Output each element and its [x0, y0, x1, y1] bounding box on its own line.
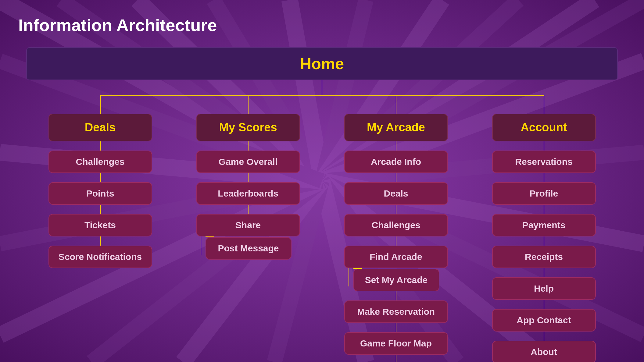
ia-diagram: Home Deals Challenges	[18, 47, 626, 362]
sub-score-notifications-label: Score Notifications	[59, 252, 142, 262]
sub-set-my-arcade: Set My Arcade	[353, 269, 439, 291]
sub-make-reservation: Make Reservation	[344, 300, 448, 323]
post-message-connector: Post Message	[196, 236, 300, 260]
v-line-4	[100, 236, 101, 246]
home-label: Home	[300, 55, 344, 73]
sub-app-contact: App Contact	[492, 309, 596, 332]
sub-payments: Payments	[492, 214, 596, 236]
sub-game-floor-map: Game Floor Map	[344, 332, 448, 355]
sub-profile: Profile	[492, 182, 596, 205]
sub-game-overall: Game Overall	[196, 151, 300, 173]
v-line-16	[544, 141, 544, 151]
sub-game-overall-label: Game Overall	[219, 157, 277, 167]
v-line-1	[100, 141, 101, 151]
sub-challenges-deals-label: Challenges	[76, 157, 124, 167]
sub-reservations: Reservations	[492, 151, 596, 173]
sub-challenges-arcade: Challenges	[344, 214, 448, 236]
v-line-22	[544, 332, 544, 341]
sub-reservations-label: Reservations	[515, 157, 572, 167]
v-line-5	[248, 141, 249, 151]
sub-tickets: Tickets	[48, 214, 152, 236]
v-line-13	[396, 323, 396, 332]
v-line-14	[396, 355, 396, 362]
v-line-10	[396, 205, 396, 214]
v-line-9	[396, 173, 396, 182]
column-my-scores: My Scores Game Overall Leaderboards Shar…	[174, 95, 322, 362]
v-line-6	[248, 173, 249, 182]
sub-set-my-arcade-label: Set My Arcade	[365, 275, 428, 285]
l-connector-arcade	[344, 268, 353, 291]
sub-arcade-info-label: Arcade Info	[371, 157, 421, 167]
l-v	[201, 236, 201, 246]
sub-find-arcade-label: Find Arcade	[370, 252, 422, 262]
sub-leaderboards: Leaderboards	[196, 182, 300, 205]
l-connector	[196, 236, 206, 260]
v-line-3	[100, 205, 101, 214]
home-vertical-connector	[322, 80, 322, 95]
sub-share-label: Share	[235, 220, 261, 230]
sub-challenges-arcade-label: Challenges	[371, 220, 420, 230]
sub-challenges-deals: Challenges	[48, 151, 152, 173]
post-msg-right: Post Message	[206, 236, 300, 260]
top-horizontal-line	[100, 95, 544, 96]
cat-my-scores: My Scores	[196, 114, 300, 141]
v-line-21	[544, 300, 544, 309]
cat-my-arcade-label: My Arcade	[367, 121, 425, 134]
sub-deals-arcade-label: Deals	[384, 188, 408, 198]
cat-my-arcade: My Arcade	[344, 114, 448, 141]
v-line-arcade-top	[396, 95, 396, 114]
v-line-18	[544, 205, 544, 214]
cat-account-label: Account	[521, 121, 567, 134]
column-deals: Deals Challenges Points Tickets	[26, 95, 174, 362]
sub-score-notifications: Score Notifications	[48, 246, 152, 268]
set-arcade-connector: Set My Arcade	[344, 268, 448, 291]
v-line-2	[100, 173, 101, 182]
v-line-17	[544, 173, 544, 182]
columns-container: Deals Challenges Points Tickets	[26, 95, 618, 362]
page-title: Information Architecture	[18, 15, 626, 35]
sub-about-label: About	[531, 347, 557, 357]
sub-help-label: Help	[534, 283, 554, 293]
columns-row: Deals Challenges Points Tickets	[26, 95, 618, 362]
cat-my-scores-label: My Scores	[219, 121, 277, 134]
v-line-20	[544, 268, 544, 277]
sub-about: About	[492, 341, 596, 362]
sub-arcade-info: Arcade Info	[344, 151, 448, 173]
cat-account: Account	[492, 114, 596, 141]
sub-profile-label: Profile	[530, 188, 558, 198]
l-v-arcade	[349, 268, 349, 277]
cat-deals-label: Deals	[85, 121, 116, 134]
sub-help: Help	[492, 277, 596, 300]
sub-receipts-label: Receipts	[525, 252, 563, 262]
v-line-19	[544, 236, 544, 246]
sub-receipts: Receipts	[492, 246, 596, 268]
sub-leaderboards-label: Leaderboards	[218, 188, 278, 198]
v-line-scores-top	[248, 95, 249, 114]
home-node: Home	[26, 47, 618, 80]
v-line-11	[396, 236, 396, 246]
v-line-deals-top	[100, 95, 101, 114]
column-my-arcade: My Arcade Arcade Info Deals Challenges	[322, 95, 470, 362]
sub-make-reservation-label: Make Reservation	[357, 307, 435, 317]
sub-payments-label: Payments	[522, 220, 566, 230]
l-v2	[201, 246, 201, 255]
sub-deals-arcade: Deals	[344, 182, 448, 205]
v-line-account-top	[544, 95, 544, 114]
v-line-8	[396, 141, 396, 151]
l-v-arcade2	[349, 277, 349, 286]
sub-post-message-label: Post Message	[218, 243, 279, 253]
sub-tickets-label: Tickets	[84, 220, 116, 230]
sub-points-label: Points	[86, 188, 114, 198]
sub-find-arcade: Find Arcade	[344, 246, 448, 268]
main-content: Information Architecture Home Deals	[0, 0, 644, 362]
v-line-12	[396, 291, 396, 300]
sub-post-message: Post Message	[206, 237, 292, 260]
column-account: Account Reservations Profile Payments	[470, 95, 618, 362]
sub-game-floor-map-label: Game Floor Map	[360, 338, 432, 348]
set-arcade-right: Set My Arcade	[353, 268, 448, 291]
sub-points: Points	[48, 182, 152, 205]
cat-deals: Deals	[48, 114, 152, 141]
v-line-7	[248, 205, 249, 214]
sub-app-contact-label: App Contact	[517, 315, 571, 325]
sub-share: Share	[196, 214, 300, 236]
